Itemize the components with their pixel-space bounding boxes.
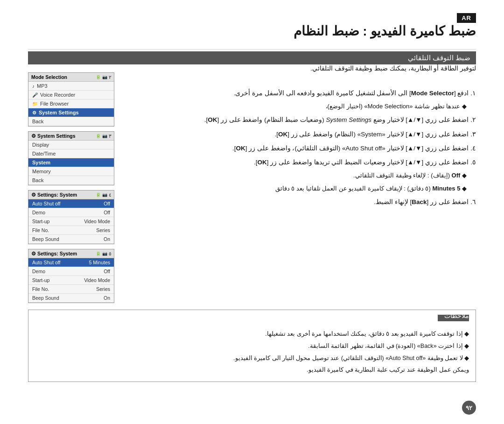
notes-box: ملاحظات ◆ إذا توقفت كاميرة الفيديو بعد ٥…: [28, 310, 476, 382]
panel3-icons: 🔋📷 ٤: [96, 192, 111, 198]
step-6: ٦. اضغط على زر [Back] لإنهاء الضبط.: [126, 197, 476, 208]
panel2-header: ⚙ System Settings 🔋📷 ٣: [28, 132, 114, 141]
step-4: ٤. اضغط على زري [▼/▲] لاختيار «Auto Shut…: [126, 143, 476, 154]
panel4-row-autoshutoff: Auto Shut off 5 Minutes: [28, 258, 114, 267]
note-1: ◆ إذا توقفت كاميرة الفيديو بعد ٥ دقائق، …: [35, 329, 469, 340]
panel3-row-beepsound: Beep Sound On: [28, 235, 114, 244]
panel2-item-datetime: Date/Time: [28, 149, 114, 158]
panel4-row-startup: Start-up Video Mode: [28, 276, 114, 285]
intro-text: لتوفير الطاقة أو البطارية، يمكنك ضبط وظي…: [126, 63, 476, 74]
panel-settings-system-4: ⚙ Settings: System 🔋📷 ٤ Auto Shut off Of…: [28, 190, 114, 244]
step-3: ٣. اضغط على زري [▼/▲] لاختيار «System» (…: [126, 129, 476, 140]
main-title: ضبط كاميرة الفيديو : ضبط النظام: [294, 23, 476, 39]
panel2-icons: 🔋📷 ٣: [96, 134, 111, 139]
step-1: ١. ادفع [Mode Selector] الى الأسفل لتشغي…: [126, 88, 476, 112]
content-area: لتوفير الطاقة أو البطارية، يمكنك ضبط وظي…: [126, 63, 476, 211]
panel2-title: ⚙ System Settings: [31, 133, 76, 139]
panel1-item-back: Back: [28, 117, 114, 126]
panel3-row-demo: Demo Off: [28, 208, 114, 217]
step-2: ٢. اضغط على زري [▼/▲] لاختيار وضع System…: [126, 114, 476, 126]
title-separator: [28, 49, 476, 49]
panel4-row-fileno: File No. Series: [28, 285, 114, 294]
panel1-item-mp3: ♪ MP3: [28, 82, 114, 91]
panel-mode-selection: Mode Selection 🔋📷 ٢ ♪ MP3 🎤 Voice Record…: [28, 72, 114, 127]
panel1-title: Mode Selection: [31, 74, 67, 80]
panel2-item-memory: Memory: [28, 167, 114, 176]
panel2-item-back: Back: [28, 176, 114, 185]
panel4-header: ⚙ Settings: System 🔋📷 ٥: [28, 249, 114, 258]
panel1-header: Mode Selection 🔋📷 ٢: [28, 73, 114, 82]
note-2: ◆ إذا اخترت «Back» (العودة) في القائمة، …: [35, 341, 469, 352]
panel3-header: ⚙ Settings: System 🔋📷 ٤: [28, 191, 114, 199]
panel2-item-display: Display: [28, 141, 114, 149]
step-5: ٥. اضغط على زري [▼/▲] لاختيار وضعيات الض…: [126, 157, 476, 194]
panel1-item-system: ⚙ System Settings: [28, 108, 114, 117]
panels-area: Mode Selection 🔋📷 ٢ ♪ MP3 🎤 Voice Record…: [28, 72, 119, 308]
panel3-row-fileno: File No. Series: [28, 226, 114, 235]
panel-settings-system-5: ⚙ Settings: System 🔋📷 ٥ Auto Shut off 5 …: [28, 249, 114, 303]
panel4-row-beepsound: Beep Sound On: [28, 294, 114, 303]
page-number: ٩٢: [462, 401, 476, 415]
panel4-row-demo: Demo Off: [28, 267, 114, 276]
notes-header: ملاحظات: [438, 315, 469, 321]
panel2-item-system: System: [28, 158, 114, 167]
panel3-row-startup: Start-up Video Mode: [28, 217, 114, 226]
notes-content: ◆ إذا توقفت كاميرة الفيديو بعد ٥ دقائق، …: [35, 329, 469, 376]
panel1-item-voice: 🎤 Voice Recorder: [28, 91, 114, 99]
ar-badge: AR: [457, 13, 476, 23]
panel4-icons: 🔋📷 ٥: [96, 251, 111, 256]
note-3: ◆ لا تعمل وظيفة «Auto Shut off» (التوقف …: [35, 353, 469, 364]
panel4-title: ⚙ Settings: System: [31, 251, 77, 256]
panel1-icons: 🔋📷 ٢: [96, 75, 111, 80]
panel3-title: ⚙ Settings: System: [31, 192, 77, 198]
panel-system-settings: ⚙ System Settings 🔋📷 ٣ Display Date/Time…: [28, 131, 114, 185]
note-4: ويمكن عمل الوظيفة عند تركيب علبة البطاري…: [35, 365, 469, 376]
panel1-item-filebrowser: 📁 File Browser: [28, 99, 114, 108]
section-header: ضبط التوقف التلقائي: [28, 51, 476, 64]
panel3-row-autoshutoff: Auto Shut off Off: [28, 199, 114, 208]
